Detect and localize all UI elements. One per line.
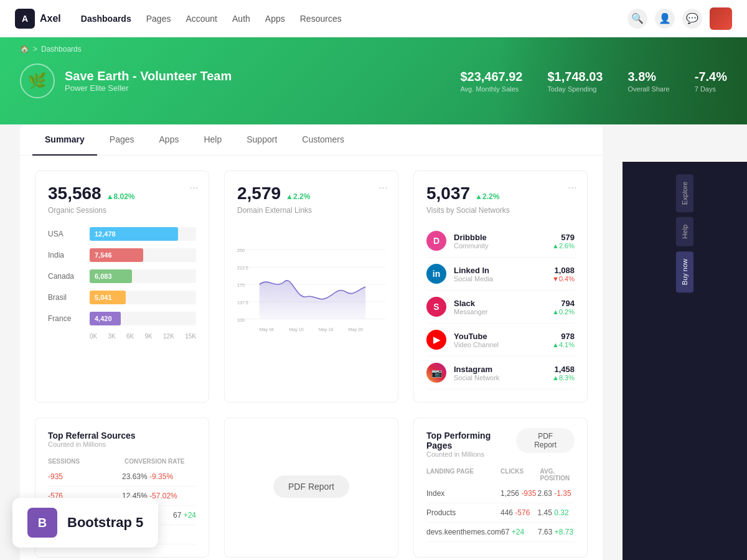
domain-links-change: ▲2.2% [286,192,310,201]
tab-pages[interactable]: Pages [97,124,147,156]
social-networks-menu[interactable]: ··· [568,181,577,194]
hero-stats: $23,467.92 Avg. Monthly Sales $1,748.03 … [460,70,727,93]
home-icon[interactable]: 🏠 [20,45,29,54]
country-canada: Canada [48,272,82,281]
explore-button[interactable]: Explore [676,174,693,212]
breadcrumb-current: Dashboards [41,45,82,54]
organic-sessions-label: Organic Sessions [48,206,196,215]
clicks-3: 67 +24 [501,528,538,536]
social-visits-value: 5,037 [426,184,470,203]
linkedin-stats: 1,088 ▼0.4% [552,266,575,282]
instagram-icon: 📷 [426,363,446,383]
page-3: devs.keenthemes.com [426,528,501,536]
linkedin-info: Linked In Social Media [454,266,545,282]
organic-sessions-value: 35,568 [48,184,101,203]
bar-row-canada: Canada 6,083 [48,269,196,283]
position-2: 1.45 0.32 [538,508,575,517]
nav-items: Dashboards Pages Account Auth Apps Resou… [81,14,627,24]
country-brasil: Brasil [48,293,82,302]
dribbble-name: Dribbble [454,233,545,242]
hero-title: Save Earth - Volunteer Team [65,69,232,83]
organic-sessions-change: ▲8.02% [106,192,135,201]
nav-account[interactable]: Account [186,14,217,24]
hero-text: Save Earth - Volunteer Team Power Elite … [65,69,232,93]
bar-fill-usa: 12,478 [90,227,178,241]
stat-monthly-sales-value: $23,467.92 [460,70,522,84]
tab-help[interactable]: Help [191,124,234,156]
table-row: -935 23.63% -9.35% [48,467,196,487]
nav-pages[interactable]: Pages [146,14,171,24]
hero-stat-7days: -7.4% 7 Days [695,70,727,93]
bar-france: 4,420 [90,312,196,325]
line-chart: 100 137.5 175 212.5 250 May 04 May 10 Ma… [237,227,385,352]
brand[interactable]: A Axel [15,9,61,29]
slack-stats: 794 ▲0.2% [552,299,575,315]
breadcrumb: 🏠 > Dashboards [20,45,82,54]
help-button[interactable]: Help [676,217,693,246]
instagram-stats: 1,458 ▲8.3% [552,365,575,381]
tab-support[interactable]: Support [234,124,289,156]
organic-sessions-menu[interactable]: ··· [189,181,199,194]
hero-stat-today-spending: $1,748.03 Today Spending [548,70,603,93]
bar-fill-france: 4,420 [90,312,121,325]
svg-text:May 26: May 26 [349,327,363,332]
bar-chart: USA 12,478 India 7,546 [48,227,196,340]
instagram-name: Instagram [454,365,545,374]
domain-links-card: ··· 2,579 ▲2.2% Domain External Links [224,170,398,403]
bar-value-canada: 6,083 [95,273,112,280]
referral-col-sessions: SESSIONS [48,458,120,465]
notifications-icon[interactable]: 👤 [655,9,675,29]
svg-text:175: 175 [237,283,245,288]
instagram-info: Instagram Social Network [454,365,545,381]
ref-sessions-1: -935 [48,472,122,481]
clicks-2: 446 -576 [500,508,538,517]
svg-text:250: 250 [237,249,245,254]
col-landing: LANDING PAGE [426,468,496,482]
messages-icon[interactable]: 💬 [682,9,702,29]
dribbble-change: ▲2.6% [552,242,575,250]
buy-now-button[interactable]: Buy now [676,251,693,292]
stat-7days-value: -7.4% [695,70,727,84]
slack-name: Slack [454,299,545,308]
social-visits-change: ▲2.2% [475,192,499,201]
dribbble-value: 579 [552,233,575,242]
youtube-info: YouTube Video Channel [454,332,545,348]
top-pages-title: Top Performing Pages [426,431,516,450]
stat-today-spending-label: Today Spending [548,85,603,93]
top-pages-pdf-button[interactable]: PDF Report [516,428,575,453]
bar-fill-india: 7,546 [90,248,143,262]
bar-usa: 12,478 [90,227,196,241]
bar-row-usa: USA 12,478 [48,227,196,241]
stat-today-spending-value: $1,748.03 [548,70,603,84]
brand-logo: A [15,9,35,29]
social-visits-label: Visits by Social Networks [426,206,575,215]
user-avatar[interactable] [710,7,732,30]
bar-row-brasil: Brasil 5,041 [48,291,196,304]
ref-count-3: 67 +24 [173,511,196,520]
nav-apps[interactable]: Apps [265,14,285,24]
pdf-report-card: PDF Report [224,418,398,558]
linkedin-type: Social Media [454,275,545,282]
position-3: 7.63 +8.73 [538,528,575,536]
social-list: D Dribbble Community 579 ▲2.6% in [426,225,575,390]
bootstrap-text: Bootstrap 5 [67,515,143,531]
hero-stat-monthly-sales: $23,467.92 Avg. Monthly Sales [460,70,522,93]
nav-dashboards[interactable]: Dashboards [81,14,131,24]
search-icon[interactable]: 🔍 [627,9,647,29]
nav-resources[interactable]: Resources [300,14,342,24]
tab-apps[interactable]: Apps [147,124,192,156]
domain-links-menu[interactable]: ··· [378,181,388,194]
tab-summary[interactable]: Summary [32,124,97,156]
hero-banner: 🏠 > Dashboards 🌿 Save Earth - Volunteer … [0,37,747,124]
referral-subtitle: Counted in Millions [48,441,136,448]
instagram-value: 1,458 [552,365,575,374]
instagram-change: ▲8.3% [552,374,575,381]
hero-content: 🌿 Save Earth - Volunteer Team Power Elit… [20,63,232,98]
pdf-report-button[interactable]: PDF Report [273,475,349,498]
tab-customers[interactable]: Customers [289,124,357,156]
hero-stat-overall-share: 3.8% Overall Share [627,70,669,93]
country-france: France [48,314,82,323]
svg-text:May 10: May 10 [289,327,303,332]
svg-text:May 18: May 18 [319,327,333,332]
nav-auth[interactable]: Auth [232,14,250,24]
